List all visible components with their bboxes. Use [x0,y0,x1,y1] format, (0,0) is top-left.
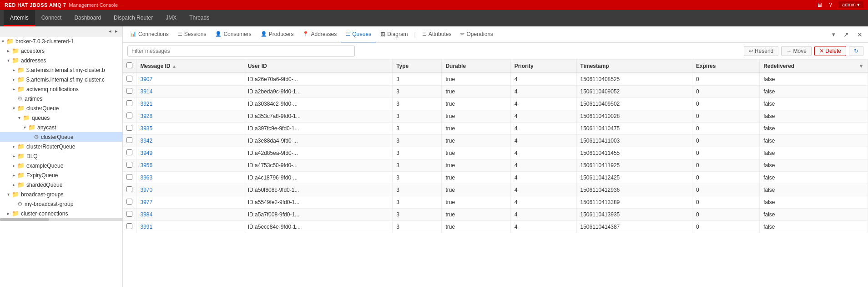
tab-sessions[interactable]: ☰ Sessions [173,26,211,43]
message-id-link[interactable]: 3991 [141,224,153,230]
col-type[interactable]: Type [393,60,442,73]
sidebar-item-artimes[interactable]: ⚙artimes [0,94,122,103]
select-all-checkbox[interactable] [126,62,132,68]
move-button[interactable]: → Move [781,46,812,56]
tab-external-btn[interactable]: ↗ [841,30,852,39]
table-row: 3935 ID:a397fc9e-9fd0-1... 3 true 4 1506… [123,123,868,135]
col-durable[interactable]: Durable [442,60,510,73]
tree-arrow: ▾ [22,125,27,130]
delete-button[interactable]: ✕ Delete [814,46,846,56]
tree-arrow: ▾ [5,58,11,63]
sidebar-item-my-broadcast-group[interactable]: ⚙my-broadcast-group [0,199,122,209]
row-checkbox[interactable] [126,211,132,217]
message-id-link[interactable]: 3921 [141,101,153,107]
row-checkbox-cell [123,110,136,123]
nav-jmx[interactable]: JMX [159,10,183,26]
row-checkbox[interactable] [126,125,132,131]
table-row: 3977 ID:a5549fe2-9fd0-1... 3 true 4 1506… [123,196,868,209]
message-id-link[interactable]: 3942 [141,138,153,144]
tab-operations-label: Operations [466,31,493,37]
col-timestamp[interactable]: Timestamp [576,60,692,73]
sidebar-item-addresses[interactable]: ▾📁addresses [0,56,122,65]
nav-connect[interactable]: Connect [35,10,68,26]
tab-connections[interactable]: 📊 Connections [126,26,173,43]
sidebar-item-clusterQueue-item[interactable]: ⚙clusterQueue [0,132,122,142]
row-checkbox[interactable] [126,149,132,155]
resend-button[interactable]: ↩ Resend [744,46,779,56]
sidebar-item-queues[interactable]: ▾📁queues [0,113,122,123]
tab-dropdown-btn[interactable]: ▾ [829,30,838,39]
collapse-left-btn[interactable]: ◂ [107,28,113,35]
row-priority: 4 [510,98,576,110]
sidebar-item-exampleQueue[interactable]: ▸📁exampleQueue [0,161,122,170]
filter-input[interactable] [127,46,355,56]
tab-operations[interactable]: ✏ Operations [456,26,498,43]
sidebar-item-artemis-internal-1[interactable]: ▸📁$.artemis.internal.sf.my-cluster.b [0,65,122,75]
sidebar-item-anycast[interactable]: ▾📁anycast [0,123,122,132]
col-redelivered[interactable]: Redelivered ▼ [760,60,868,73]
nav-artemis[interactable]: Artemis [4,10,35,26]
row-checkbox[interactable] [126,223,132,229]
message-id-link[interactable]: 3963 [141,174,153,181]
folder-icon: 📁 [17,181,25,188]
nav-dispatch-router[interactable]: Dispatch Router [107,10,159,26]
sidebar-item-ExpiryQueue[interactable]: ▸📁ExpiryQueue [0,170,122,180]
folder-icon: 📁 [17,172,25,179]
help-icon[interactable]: ? [829,1,832,8]
tab-queues[interactable]: ☰ Queues [341,26,376,43]
sidebar-item-broker[interactable]: ▾📁broker-7.0.3-clustered-1 [0,36,122,46]
tab-addresses[interactable]: 📍 Addresses [298,26,341,43]
message-id-link[interactable]: 3907 [141,76,153,82]
col-user-id[interactable]: User ID [244,60,392,73]
row-checkbox[interactable] [126,174,132,180]
row-checkbox[interactable] [126,186,132,192]
nav-threads[interactable]: Threads [183,10,216,26]
monitor-icon[interactable]: 🖥 [817,1,823,8]
gear-icon: ⚙ [17,200,23,207]
row-checkbox[interactable] [126,199,132,205]
tab-close-btn[interactable]: ✕ [854,30,865,39]
admin-button[interactable]: admin ▾ [838,1,863,8]
row-checkbox[interactable] [126,88,132,94]
nav-dashboard[interactable]: Dashboard [68,10,107,26]
sidebar-item-clusterRouterQueue[interactable]: ▸📁clusterRouterQueue [0,142,122,151]
row-redelivered: false [760,209,868,221]
tab-producers[interactable]: 👤 Producers [256,26,298,43]
sidebar-item-label: addresses [21,57,46,64]
message-id-link[interactable]: 3914 [141,88,153,95]
message-id-link[interactable]: 3984 [141,211,153,218]
col-priority[interactable]: Priority [510,60,576,73]
row-expires: 0 [692,172,760,184]
tab-diagram[interactable]: 🖼 Diagram [376,26,412,43]
sidebar-item-acceptors[interactable]: ▸📁acceptors [0,46,122,56]
row-expires: 0 [692,209,760,221]
sidebar-item-DLQ[interactable]: ▸📁DLQ [0,151,122,161]
message-id-link[interactable]: 3956 [141,162,153,169]
collapse-right-btn[interactable]: ▸ [113,28,120,35]
message-id-link[interactable]: 3970 [141,187,153,193]
row-checkbox[interactable] [126,113,132,118]
sidebar-item-clusterQueue[interactable]: ▾📁clusterQueue [0,103,122,113]
sidebar-item-artemis-internal-2[interactable]: ▸📁$.artemis.internal.sf.my-cluster.c [0,75,122,84]
col-message-id[interactable]: Message ID ▲ [136,60,244,73]
col-checkbox [123,60,136,73]
tab-attributes[interactable]: ☰ Attributes [418,26,456,43]
col-expires[interactable]: Expires [692,60,760,73]
sidebar-item-cluster-connections[interactable]: ▸📁cluster-connections [0,209,122,218]
message-id-link[interactable]: 3928 [141,113,153,119]
tree-arrow: ▾ [5,192,11,197]
row-checkbox[interactable] [126,76,132,82]
row-checkbox[interactable] [126,162,132,168]
row-checkbox[interactable] [126,137,132,143]
refresh-button[interactable]: ↻ [849,46,863,56]
message-id-link[interactable]: 3935 [141,125,153,132]
sidebar-item-activemq-notifications[interactable]: ▸📁activemq.notifications [0,84,122,94]
tab-consumers[interactable]: 👤 Consumers [211,26,256,43]
sidebar-item-broadcast-groups[interactable]: ▾📁broadcast-groups [0,190,122,199]
row-checkbox[interactable] [126,100,132,106]
message-id-link[interactable]: 3977 [141,199,153,205]
sidebar-scrollbar-thumb[interactable] [0,218,49,221]
message-id-link[interactable]: 3949 [141,150,153,156]
sidebar-item-shardedQueue[interactable]: ▸📁shardedQueue [0,180,122,190]
sidebar-scrollbar[interactable] [0,218,122,221]
